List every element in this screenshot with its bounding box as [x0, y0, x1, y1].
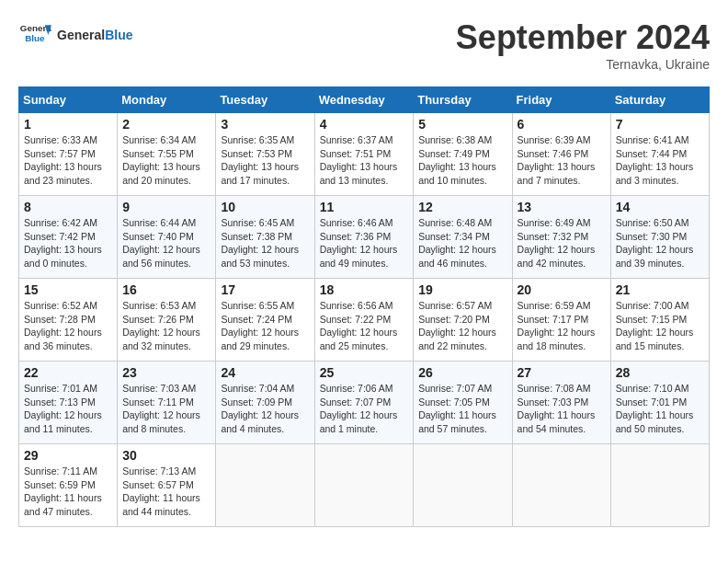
logo: General Blue GeneralBlue — [18, 18, 132, 52]
calendar-day-cell: 27 Sunrise: 7:08 AMSunset: 7:03 PMDaylig… — [512, 362, 610, 444]
day-number: 24 — [221, 365, 309, 380]
calendar-day-cell: 16 Sunrise: 6:53 AMSunset: 7:26 PMDaylig… — [118, 279, 216, 362]
day-number: 21 — [616, 282, 704, 297]
day-info: Sunrise: 6:41 AMSunset: 7:44 PMDaylight:… — [616, 133, 704, 188]
calendar-day-cell: 1 Sunrise: 6:33 AMSunset: 7:57 PMDayligh… — [19, 113, 118, 196]
calendar-day-cell: 25 Sunrise: 7:06 AMSunset: 7:07 PMDaylig… — [314, 362, 414, 444]
calendar-day-cell: 23 Sunrise: 7:03 AMSunset: 7:11 PMDaylig… — [118, 362, 216, 444]
day-number: 29 — [24, 448, 112, 463]
calendar-day-cell: 7 Sunrise: 6:41 AMSunset: 7:44 PMDayligh… — [610, 113, 709, 196]
calendar-day-cell — [216, 444, 314, 527]
calendar-day-cell: 15 Sunrise: 6:52 AMSunset: 7:28 PMDaylig… — [19, 279, 118, 362]
page-header: General Blue GeneralBlue September 2024 … — [18, 18, 710, 72]
day-info: Sunrise: 6:59 AMSunset: 7:17 PMDaylight:… — [518, 299, 606, 353]
month-title: September 2024 — [456, 18, 710, 57]
calendar-body: 1 Sunrise: 6:33 AMSunset: 7:57 PMDayligh… — [19, 113, 710, 527]
location: Ternavka, Ukraine — [456, 57, 710, 72]
logo-icon: General Blue — [18, 18, 51, 52]
day-number: 15 — [24, 282, 112, 297]
day-number: 1 — [24, 117, 112, 132]
calendar-day-cell — [414, 444, 512, 527]
day-info: Sunrise: 6:35 AMSunset: 7:53 PMDaylight:… — [221, 133, 309, 188]
day-of-week-header: Wednesday — [314, 87, 414, 113]
day-info: Sunrise: 6:49 AMSunset: 7:32 PMDaylight:… — [518, 216, 606, 270]
day-number: 17 — [221, 282, 309, 297]
calendar-day-cell: 2 Sunrise: 6:34 AMSunset: 7:55 PMDayligh… — [118, 113, 216, 196]
calendar-day-cell: 14 Sunrise: 6:50 AMSunset: 7:30 PMDaylig… — [610, 196, 709, 279]
day-info: Sunrise: 6:39 AMSunset: 7:46 PMDaylight:… — [518, 133, 606, 188]
calendar-day-cell: 29 Sunrise: 7:11 AMSunset: 6:59 PMDaylig… — [19, 444, 118, 527]
day-info: Sunrise: 7:01 AMSunset: 7:13 PMDaylight:… — [24, 382, 112, 436]
calendar-day-cell: 13 Sunrise: 6:49 AMSunset: 7:32 PMDaylig… — [512, 196, 610, 279]
day-number: 26 — [418, 365, 506, 380]
calendar-day-cell: 28 Sunrise: 7:10 AMSunset: 7:01 PMDaylig… — [610, 362, 709, 444]
calendar-day-cell: 20 Sunrise: 6:59 AMSunset: 7:17 PMDaylig… — [512, 279, 610, 362]
calendar-week-row: 8 Sunrise: 6:42 AMSunset: 7:42 PMDayligh… — [19, 196, 710, 279]
day-info: Sunrise: 6:38 AMSunset: 7:49 PMDaylight:… — [418, 133, 506, 188]
day-info: Sunrise: 7:06 AMSunset: 7:07 PMDaylight:… — [320, 382, 409, 436]
calendar-day-cell: 19 Sunrise: 6:57 AMSunset: 7:20 PMDaylig… — [414, 279, 512, 362]
day-info: Sunrise: 6:57 AMSunset: 7:20 PMDaylight:… — [418, 299, 506, 353]
day-number: 30 — [122, 448, 210, 463]
day-number: 12 — [418, 200, 506, 214]
day-info: Sunrise: 6:48 AMSunset: 7:34 PMDaylight:… — [418, 216, 506, 270]
day-number: 18 — [320, 282, 409, 297]
day-of-week-header: Sunday — [19, 87, 118, 113]
day-info: Sunrise: 7:04 AMSunset: 7:09 PMDaylight:… — [221, 382, 309, 436]
day-number: 19 — [418, 282, 506, 297]
day-info: Sunrise: 7:10 AMSunset: 7:01 PMDaylight:… — [616, 382, 704, 436]
calendar-day-cell: 21 Sunrise: 7:00 AMSunset: 7:15 PMDaylig… — [610, 279, 709, 362]
calendar-header-row: SundayMondayTuesdayWednesdayThursdayFrid… — [19, 87, 710, 113]
day-number: 28 — [616, 365, 704, 380]
calendar-day-cell: 30 Sunrise: 7:13 AMSunset: 6:57 PMDaylig… — [118, 444, 216, 527]
calendar-day-cell: 18 Sunrise: 6:56 AMSunset: 7:22 PMDaylig… — [314, 279, 414, 362]
calendar-day-cell: 4 Sunrise: 6:37 AMSunset: 7:51 PMDayligh… — [314, 113, 414, 196]
calendar-day-cell: 11 Sunrise: 6:46 AMSunset: 7:36 PMDaylig… — [314, 196, 414, 279]
day-number: 2 — [122, 117, 210, 132]
calendar-day-cell: 17 Sunrise: 6:55 AMSunset: 7:24 PMDaylig… — [216, 279, 314, 362]
day-info: Sunrise: 6:42 AMSunset: 7:42 PMDaylight:… — [24, 216, 112, 270]
day-of-week-header: Thursday — [414, 87, 512, 113]
calendar-day-cell: 8 Sunrise: 6:42 AMSunset: 7:42 PMDayligh… — [19, 196, 118, 279]
calendar-day-cell — [610, 444, 709, 527]
day-of-week-header: Friday — [512, 87, 610, 113]
day-number: 5 — [418, 117, 506, 132]
day-of-week-header: Monday — [118, 87, 216, 113]
calendar-day-cell: 3 Sunrise: 6:35 AMSunset: 7:53 PMDayligh… — [216, 113, 314, 196]
calendar-day-cell: 22 Sunrise: 7:01 AMSunset: 7:13 PMDaylig… — [19, 362, 118, 444]
day-info: Sunrise: 7:08 AMSunset: 7:03 PMDaylight:… — [518, 382, 606, 436]
calendar-week-row: 15 Sunrise: 6:52 AMSunset: 7:28 PMDaylig… — [19, 279, 710, 362]
calendar-week-row: 22 Sunrise: 7:01 AMSunset: 7:13 PMDaylig… — [19, 362, 710, 444]
day-info: Sunrise: 6:44 AMSunset: 7:40 PMDaylight:… — [122, 216, 210, 270]
calendar-day-cell: 10 Sunrise: 6:45 AMSunset: 7:38 PMDaylig… — [216, 196, 314, 279]
day-number: 16 — [122, 282, 210, 297]
day-number: 9 — [122, 200, 210, 214]
day-number: 20 — [518, 282, 606, 297]
calendar-day-cell: 9 Sunrise: 6:44 AMSunset: 7:40 PMDayligh… — [118, 196, 216, 279]
day-info: Sunrise: 6:46 AMSunset: 7:36 PMDaylight:… — [320, 216, 409, 270]
calendar-week-row: 29 Sunrise: 7:11 AMSunset: 6:59 PMDaylig… — [19, 444, 710, 527]
day-number: 6 — [518, 117, 606, 132]
day-info: Sunrise: 6:33 AMSunset: 7:57 PMDaylight:… — [24, 133, 112, 188]
day-number: 25 — [320, 365, 409, 380]
calendar-day-cell: 26 Sunrise: 7:07 AMSunset: 7:05 PMDaylig… — [414, 362, 512, 444]
day-info: Sunrise: 6:53 AMSunset: 7:26 PMDaylight:… — [122, 299, 210, 353]
day-info: Sunrise: 7:13 AMSunset: 6:57 PMDaylight:… — [122, 465, 210, 519]
logo-general-text: GeneralBlue — [57, 28, 132, 42]
day-number: 4 — [320, 117, 409, 132]
day-info: Sunrise: 6:56 AMSunset: 7:22 PMDaylight:… — [320, 299, 409, 353]
day-number: 23 — [122, 365, 210, 380]
day-info: Sunrise: 6:52 AMSunset: 7:28 PMDaylight:… — [24, 299, 112, 353]
day-info: Sunrise: 7:11 AMSunset: 6:59 PMDaylight:… — [24, 465, 112, 519]
day-of-week-header: Saturday — [610, 87, 709, 113]
day-number: 7 — [616, 117, 704, 132]
day-number: 27 — [518, 365, 606, 380]
day-number: 14 — [616, 200, 704, 214]
calendar-day-cell — [314, 444, 414, 527]
day-number: 3 — [221, 117, 309, 132]
title-block: September 2024 Ternavka, Ukraine — [456, 18, 710, 72]
calendar-day-cell — [512, 444, 610, 527]
day-info: Sunrise: 6:34 AMSunset: 7:55 PMDaylight:… — [122, 133, 210, 188]
calendar: SundayMondayTuesdayWednesdayThursdayFrid… — [18, 86, 710, 527]
svg-text:Blue: Blue — [25, 33, 45, 43]
